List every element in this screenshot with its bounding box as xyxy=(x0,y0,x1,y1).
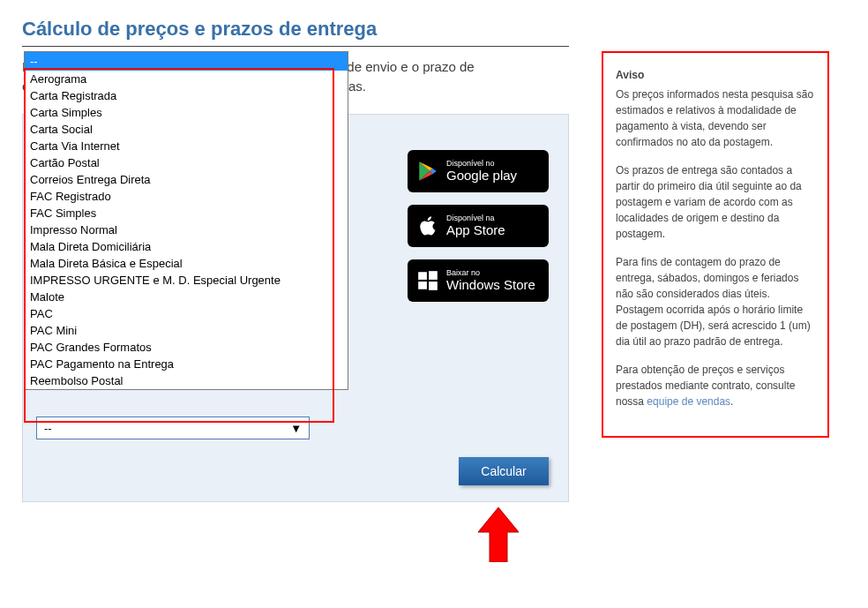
dropdown-option[interactable]: Mala Direta Básica e Especial xyxy=(25,255,348,272)
windows-big: Windows Store xyxy=(446,278,535,293)
svg-rect-7 xyxy=(429,281,438,290)
notice-p4: Para obtenção de preços e serviços prest… xyxy=(616,362,815,409)
notice-panel: Aviso Os preços informados nesta pesquis… xyxy=(602,51,829,438)
dropdown-option[interactable]: Impresso Normal xyxy=(25,221,348,238)
dropdown-option[interactable]: PAC Mini xyxy=(25,322,348,339)
dropdown-option[interactable]: Cartão Postal xyxy=(25,154,348,171)
svg-marker-8 xyxy=(478,507,519,562)
notice-title: Aviso xyxy=(616,67,815,83)
dropdown-option[interactable]: Carta Simples xyxy=(25,104,348,121)
page-title: Cálculo de preços e prazos de entrega xyxy=(22,18,569,47)
dropdown-option[interactable]: PAC Pagamento na Entrega xyxy=(25,356,348,372)
dropdown-option[interactable]: PAC Grandes Formatos xyxy=(25,339,348,356)
format-select[interactable]: -- ▼ xyxy=(36,417,310,439)
google-play-badge[interactable]: Disponível no Google play xyxy=(408,150,549,192)
dropdown-option[interactable]: Carta Social xyxy=(25,121,348,138)
windows-store-badge[interactable]: Baixar no Windows Store xyxy=(408,259,549,302)
dropdown-option[interactable]: Malote xyxy=(25,289,348,305)
windows-icon xyxy=(416,269,439,292)
arrow-annotation xyxy=(478,507,519,562)
notice-p2: Os prazos de entrega são contados a part… xyxy=(616,162,815,242)
service-dropdown-open[interactable]: -- AerogramaCarta RegistradaCarta Simple… xyxy=(24,51,348,390)
notice-p4-suffix: . xyxy=(730,395,733,408)
dropdown-list[interactable]: AerogramaCarta RegistradaCarta SimplesCa… xyxy=(25,71,348,389)
dropdown-option[interactable]: Reembolso Postal xyxy=(25,372,348,389)
dropdown-option[interactable]: Mala Direta Domiciliária xyxy=(25,238,348,255)
dropdown-option[interactable]: FAC Registrado xyxy=(25,188,348,205)
intro-suffix-2: as. xyxy=(348,79,366,94)
store-badges: Disponível no Google play Disponível na … xyxy=(408,150,549,302)
dropdown-option[interactable]: Correios Entrega Direta xyxy=(25,171,348,188)
dropdown-option[interactable]: PAC xyxy=(25,305,348,322)
notice-p3: Para fins de contagem do prazo de entreg… xyxy=(616,254,815,349)
svg-rect-6 xyxy=(418,281,427,289)
chevron-down-icon: ▼ xyxy=(290,422,302,435)
notice-p1: Os preços informados nesta pesquisa são … xyxy=(616,86,815,150)
apple-icon xyxy=(416,214,439,237)
dropdown-selected-option[interactable]: -- xyxy=(25,52,348,71)
format-select-value: -- xyxy=(44,422,52,435)
google-play-icon xyxy=(416,160,439,183)
svg-rect-4 xyxy=(418,272,427,280)
google-big: Google play xyxy=(446,169,517,184)
dropdown-option[interactable]: IMPRESSO URGENTE e M. D. Especial Urgent… xyxy=(25,272,348,289)
intro-suffix-1: de envio e o prazo de xyxy=(347,59,474,74)
app-store-badge[interactable]: Disponível na App Store xyxy=(408,205,549,247)
second-select-wrap: -- ▼ xyxy=(36,417,310,439)
dropdown-option[interactable]: Aerograma xyxy=(25,71,348,87)
dropdown-option[interactable]: FAC Simples xyxy=(25,205,348,221)
calculate-button[interactable]: Calcular xyxy=(459,457,549,485)
svg-rect-5 xyxy=(429,271,438,280)
sales-team-link[interactable]: equipe de vendas xyxy=(647,395,730,408)
dropdown-option[interactable]: Carta Via Internet xyxy=(25,138,348,154)
apple-big: App Store xyxy=(446,223,505,238)
dropdown-option[interactable]: Carta Registrada xyxy=(25,87,348,104)
